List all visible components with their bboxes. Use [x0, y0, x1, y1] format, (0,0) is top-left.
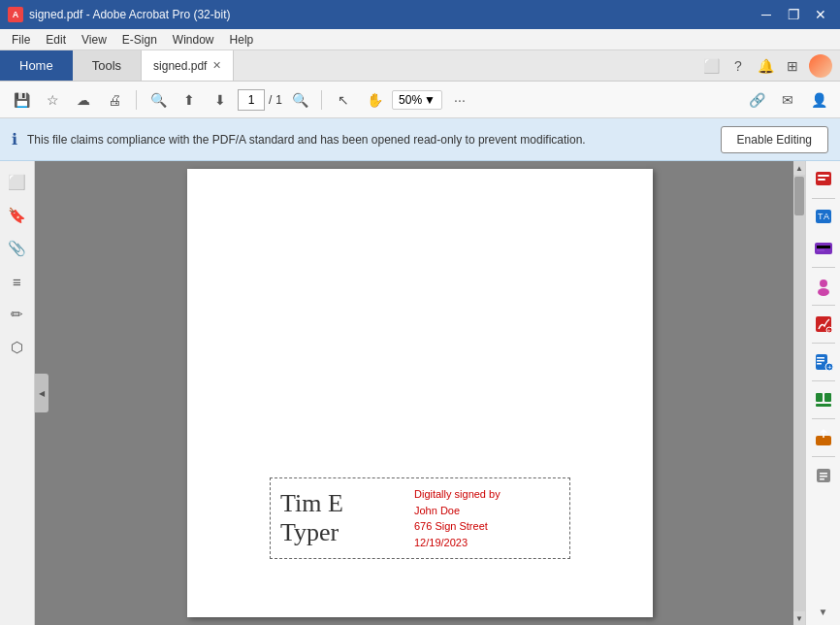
- svg-rect-25: [820, 473, 827, 475]
- svg-rect-17: [817, 363, 822, 365]
- menu-file[interactable]: File: [4, 31, 38, 49]
- enable-editing-button[interactable]: Enable Editing: [721, 126, 828, 153]
- addpdf-tool-icon[interactable]: +: [809, 347, 838, 377]
- svg-rect-22: [816, 404, 831, 407]
- close-button[interactable]: ✕: [809, 3, 832, 26]
- user-avatar[interactable]: [809, 54, 832, 78]
- toolbar-right: 🔗 ✉ 👤: [743, 86, 832, 114]
- export-tool-icon[interactable]: [809, 423, 838, 452]
- sidebar-expand-button[interactable]: ▼: [809, 602, 838, 621]
- page-separator: /: [269, 93, 272, 107]
- menu-window[interactable]: Window: [165, 31, 222, 49]
- hand-tool-button[interactable]: ✋: [361, 86, 388, 114]
- svg-text:A: A: [824, 212, 829, 221]
- sig-line1: Digitally signed by: [414, 486, 501, 503]
- svg-rect-26: [820, 476, 827, 477]
- organize-tool-icon[interactable]: [809, 385, 838, 414]
- sig-line4: 12/19/2023: [414, 535, 501, 551]
- save-button[interactable]: 💾: [8, 86, 35, 114]
- comment-tool-icon[interactable]: [809, 165, 838, 194]
- mail-button[interactable]: ✉: [774, 86, 801, 114]
- signature-cursive: Tim E Typer: [280, 489, 406, 547]
- tab-document-label: signed.pdf: [153, 59, 207, 73]
- svg-rect-1: [818, 175, 829, 177]
- zoom-search-button[interactable]: 🔍: [286, 86, 313, 114]
- svg-point-9: [820, 280, 827, 287]
- tab-close-icon[interactable]: ✕: [212, 59, 221, 72]
- separator-rs-1: [812, 198, 835, 199]
- minimize-button[interactable]: ─: [755, 3, 778, 26]
- bookmarks-panel-icon[interactable]: 🔖: [4, 202, 31, 229]
- svg-rect-21: [824, 393, 831, 402]
- person-tool-icon[interactable]: [809, 272, 838, 301]
- sign-tool-icon[interactable]: +: [809, 310, 838, 339]
- svg-text:+: +: [827, 327, 831, 333]
- apps-icon[interactable]: ⊞: [782, 55, 803, 77]
- menu-bar: File Edit View E-Sign Window Help: [0, 29, 840, 50]
- user-button[interactable]: 👤: [805, 86, 832, 114]
- sig-line2: John Doe: [414, 503, 501, 519]
- print-button[interactable]: 🖨: [101, 86, 128, 114]
- separator-1: [136, 90, 137, 110]
- window-title: signed.pdf - Adobe Acrobat Pro (32-bit): [29, 8, 230, 21]
- redact-tool-icon[interactable]: [809, 234, 838, 263]
- title-bar-left: A signed.pdf - Adobe Acrobat Pro (32-bit…: [8, 7, 230, 22]
- zoom-out-button[interactable]: 🔍: [145, 86, 172, 114]
- compress-tool-icon[interactable]: [809, 461, 838, 490]
- menu-help[interactable]: Help: [222, 31, 262, 49]
- layers-panel-icon[interactable]: ≡: [4, 268, 31, 295]
- comments-panel-icon[interactable]: ✏: [4, 301, 31, 328]
- separator-rs-3: [812, 305, 835, 306]
- zoom-selector[interactable]: 50% ▼: [392, 90, 442, 110]
- right-sidebar: TA + + ▼: [805, 161, 840, 625]
- tab-home-label: Home: [19, 58, 53, 73]
- bell-icon[interactable]: 🔔: [755, 55, 776, 77]
- menu-edit[interactable]: Edit: [38, 31, 74, 49]
- signature-box: Tim E Typer Digitally signed by John Doe…: [270, 477, 570, 559]
- menu-esign[interactable]: E-Sign: [114, 31, 165, 49]
- scroll-thumb[interactable]: [794, 177, 804, 215]
- attachments-panel-icon[interactable]: 📎: [4, 235, 31, 262]
- zoom-level-label: 50%: [399, 93, 422, 107]
- collapse-panel-handle[interactable]: ◀: [35, 374, 48, 412]
- svg-text:+: +: [827, 363, 832, 372]
- menu-view[interactable]: View: [74, 31, 114, 49]
- prev-page-button[interactable]: ⬆: [176, 86, 203, 114]
- translate-tool-icon[interactable]: TA: [809, 203, 838, 232]
- svg-rect-8: [817, 249, 824, 251]
- select-tool-button[interactable]: ↖: [330, 86, 357, 114]
- more-tools-button[interactable]: ···: [446, 86, 473, 114]
- restore-button[interactable]: ❐: [782, 3, 805, 26]
- share-icon[interactable]: ⬜: [700, 55, 722, 77]
- tab-bar-right: ⬜ ? 🔔 ⊞: [234, 50, 840, 81]
- separator-rs-7: [812, 456, 835, 457]
- page-number-input[interactable]: [238, 89, 265, 111]
- tab-tools-label: Tools: [92, 58, 121, 73]
- tab-home[interactable]: Home: [0, 50, 73, 81]
- svg-rect-7: [817, 246, 830, 248]
- separator-rs-5: [812, 380, 835, 381]
- signature-info: Digitally signed by John Doe 676 Sign St…: [414, 486, 501, 550]
- next-page-button[interactable]: ⬇: [207, 86, 234, 114]
- page-total: 1: [275, 93, 282, 107]
- tab-document[interactable]: signed.pdf ✕: [142, 50, 234, 81]
- upload-button[interactable]: ☁: [70, 86, 97, 114]
- svg-rect-16: [817, 360, 824, 362]
- help-icon[interactable]: ?: [727, 55, 749, 77]
- stamps-panel-icon[interactable]: ⬡: [4, 334, 31, 361]
- tab-bar: Home Tools signed.pdf ✕ ⬜ ? 🔔 ⊞: [0, 50, 840, 82]
- link-button[interactable]: 🔗: [743, 86, 770, 114]
- left-sidebar: ⬜ 🔖 📎 ≡ ✏ ⬡: [0, 161, 35, 625]
- page-nav: / 1: [238, 89, 282, 111]
- pdf-page: Tim E Typer Digitally signed by John Doe…: [187, 169, 653, 617]
- bookmark-button[interactable]: ☆: [39, 86, 66, 114]
- notification-bar: ℹ This file claims compliance with the P…: [0, 118, 840, 161]
- info-icon: ℹ: [12, 130, 17, 148]
- app-icon: A: [8, 7, 23, 22]
- tab-tools[interactable]: Tools: [73, 50, 142, 81]
- pages-panel-icon[interactable]: ⬜: [4, 169, 31, 196]
- scroll-down-arrow[interactable]: ▼: [793, 611, 805, 625]
- scroll-up-arrow[interactable]: ▲: [793, 161, 805, 175]
- pdf-page-container: Tim E Typer Digitally signed by John Doe…: [41, 161, 799, 625]
- vertical-scrollbar[interactable]: ▲ ▼: [793, 161, 805, 625]
